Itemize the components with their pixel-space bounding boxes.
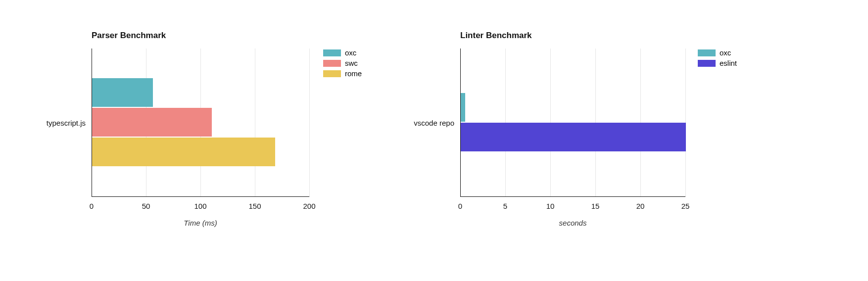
legend-swatch	[323, 70, 341, 77]
y-category-label: vscode repo	[414, 119, 454, 127]
legend-swatch	[698, 49, 716, 56]
x-tick: 15	[591, 202, 600, 210]
x-tick: 20	[636, 202, 645, 210]
legend: oxc eslint	[698, 48, 737, 69]
x-tick: 0	[458, 202, 462, 210]
x-axis	[460, 196, 685, 197]
plot-area: typescript.js 0 50 100 150 200 Time (ms)	[92, 48, 438, 197]
chart-title: Parser Benchmark	[92, 31, 438, 41]
x-tick: 50	[142, 202, 150, 210]
legend-item: rome	[323, 69, 362, 78]
legend-item: eslint	[698, 59, 737, 67]
x-axis-label: seconds	[559, 219, 587, 227]
bar-eslint	[461, 123, 686, 151]
legend-swatch	[698, 60, 716, 67]
legend-swatch	[323, 49, 341, 56]
legend: oxc swc rome	[323, 48, 362, 80]
legend-item: oxc	[323, 48, 362, 57]
legend-label: rome	[345, 69, 362, 78]
bar-oxc	[461, 93, 465, 122]
legend-item: oxc	[698, 48, 737, 57]
x-tick: 0	[90, 202, 94, 210]
y-axis	[460, 48, 461, 197]
linter-benchmark-chart: Linter Benchmark vscode repo 0 5 10 15 2…	[460, 31, 807, 197]
bar-oxc	[92, 78, 153, 107]
x-tick: 100	[194, 202, 206, 210]
legend-label: eslint	[720, 59, 737, 67]
plot-area: vscode repo 0 5 10 15 20 25 seconds	[460, 48, 807, 197]
legend-item: swc	[323, 59, 362, 67]
legend-label: swc	[345, 59, 358, 67]
legend-label: oxc	[345, 48, 356, 57]
x-tick: 25	[681, 202, 690, 210]
x-tick: 10	[546, 202, 555, 210]
x-tick: 200	[303, 202, 315, 210]
x-tick: 150	[248, 202, 261, 210]
legend-swatch	[323, 60, 341, 67]
x-axis-label: Time (ms)	[184, 219, 217, 227]
x-tick: 5	[503, 202, 507, 210]
x-axis	[92, 196, 309, 197]
y-category-label: typescript.js	[47, 119, 86, 127]
y-axis	[92, 48, 92, 197]
bar-swc	[92, 108, 212, 137]
chart-title: Linter Benchmark	[460, 31, 807, 41]
bar-rome	[92, 138, 275, 166]
parser-benchmark-chart: Parser Benchmark typescript.js 0 50 100 …	[92, 31, 438, 197]
legend-label: oxc	[720, 48, 731, 57]
plot: 0 50 100 150 200 Time (ms)	[92, 48, 309, 197]
plot: 0 5 10 15 20 25 seconds	[460, 48, 685, 197]
